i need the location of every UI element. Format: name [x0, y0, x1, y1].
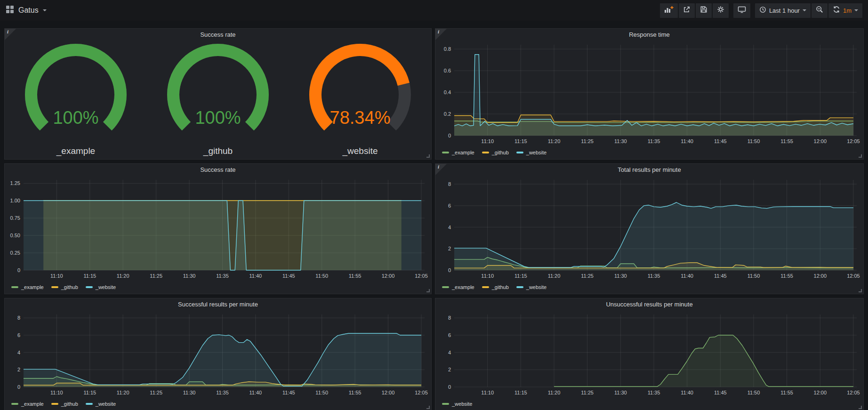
x-tick-label: 11:40: [681, 273, 693, 279]
panel-actions-group: [660, 3, 729, 18]
chart-legend: _example_github_website: [435, 146, 863, 159]
panel-title[interactable]: Successful results per minute: [5, 298, 431, 311]
share-button[interactable]: [679, 3, 695, 18]
legend-item-_example[interactable]: _example: [11, 401, 44, 407]
legend-label: _example: [452, 284, 474, 290]
legend-item-_website[interactable]: _website: [86, 284, 116, 290]
chart-canvas: 00.250.500.751.001.2511:1011:1511:2011:2…: [5, 176, 431, 281]
gauge-value: 100%: [53, 108, 98, 128]
panel-info-icon[interactable]: i: [435, 164, 447, 175]
time-range-button[interactable]: Last 1 hour: [755, 3, 811, 18]
caret-down-icon: [43, 9, 47, 11]
chart-response-time: 00.20.40.60.811:1011:1511:2011:2511:3011…: [435, 41, 863, 146]
x-tick-label: 11:45: [282, 273, 295, 279]
x-tick-label: 11:35: [648, 138, 660, 144]
legend-item-_website[interactable]: _website: [516, 150, 547, 155]
x-tick-label: 11:20: [117, 390, 129, 395]
save-button[interactable]: [696, 3, 712, 18]
y-tick-label: 1.00: [10, 198, 20, 203]
legend-marker: [516, 152, 523, 153]
caret-down-icon: [803, 9, 806, 11]
x-tick-label: 11:25: [150, 390, 162, 395]
legend-marker: [51, 403, 58, 405]
legend-item-_github[interactable]: _github: [482, 284, 509, 290]
x-tick-label: 12:05: [847, 138, 860, 144]
dashboard-grid: i Success rate 100% _example 100% _githu…: [0, 21, 868, 410]
chart-legend: _example_github_website: [435, 281, 863, 294]
panel-resize-handle[interactable]: [859, 289, 862, 292]
legend-label: _website: [452, 401, 472, 407]
legend-item-_github[interactable]: _github: [482, 150, 509, 155]
panel-resize-handle[interactable]: [426, 154, 430, 158]
legend-item-_website[interactable]: _website: [86, 401, 116, 407]
y-tick-label: 6: [448, 203, 451, 209]
x-tick-label: 11:50: [747, 390, 760, 395]
panel-resize-handle[interactable]: [859, 154, 862, 158]
x-tick-label: 11:55: [349, 390, 362, 395]
legend-item-_example[interactable]: _example: [11, 284, 44, 290]
legend-item-_github[interactable]: _github: [51, 284, 78, 290]
zoom-out-button[interactable]: [812, 3, 828, 18]
panel-title[interactable]: Success rate: [5, 164, 431, 176]
legend-marker: [516, 286, 523, 288]
gear-icon: [717, 6, 724, 15]
y-tick-label: 1.25: [10, 180, 20, 186]
x-tick-label: 11:10: [50, 273, 63, 279]
y-tick-label: 6: [17, 332, 20, 338]
series-area-_website: [24, 201, 421, 270]
x-tick-label: 11:55: [780, 273, 793, 279]
panel-title[interactable]: Success rate: [5, 29, 431, 41]
save-icon: [700, 6, 707, 15]
tv-mode-button[interactable]: [733, 3, 750, 18]
legend-marker: [11, 286, 18, 288]
legend-item-_example[interactable]: _example: [442, 150, 474, 155]
chart-unsuccessful-results: 0246811:1011:1511:2011:2511:3011:3511:40…: [435, 311, 863, 397]
refresh-button[interactable]: 1m: [828, 3, 862, 18]
settings-button[interactable]: [713, 3, 729, 18]
legend-label: _example: [452, 150, 474, 155]
gauge-arc: 100%: [147, 40, 289, 143]
panel-info-icon[interactable]: i: [435, 29, 447, 40]
legend-item-_website[interactable]: _website: [442, 401, 472, 407]
x-tick-label: 11:45: [714, 273, 727, 279]
add-panel-button[interactable]: [660, 3, 678, 18]
legend-item-_github[interactable]: _github: [51, 401, 78, 407]
panel-resize-handle[interactable]: [426, 406, 430, 409]
x-tick-label: 11:25: [150, 273, 162, 279]
x-tick-label: 12:05: [847, 273, 860, 279]
x-tick-label: 11:55: [349, 273, 362, 279]
chart-canvas: 0246811:1011:1511:2011:2511:3011:3511:40…: [5, 311, 431, 397]
x-tick-label: 11:15: [514, 273, 527, 279]
x-tick-label: 11:45: [714, 390, 727, 395]
y-tick-label: 0.4: [444, 89, 451, 95]
gauge-value: 78.34%: [330, 108, 391, 128]
legend-marker: [442, 403, 449, 405]
panel-title[interactable]: Response time: [435, 29, 863, 41]
x-tick-label: 12:05: [847, 390, 860, 395]
x-tick-label: 11:40: [249, 390, 262, 395]
y-tick-label: 8: [448, 315, 451, 321]
legend-item-_website[interactable]: _website: [516, 284, 547, 290]
gauge-label: _example: [56, 145, 95, 157]
x-tick-label: 11:30: [614, 138, 627, 144]
dashboard-title-group[interactable]: Gatus: [6, 5, 47, 16]
y-tick-label: 0.50: [10, 233, 20, 238]
panel-title[interactable]: Total results per minute: [435, 164, 863, 176]
add-panel-icon: [664, 6, 674, 15]
x-tick-label: 11:35: [216, 273, 229, 279]
refresh-interval-label: 1m: [843, 7, 852, 14]
panel-resize-handle[interactable]: [426, 289, 430, 292]
y-tick-label: 0.25: [10, 250, 20, 256]
time-range-label: Last 1 hour: [769, 7, 800, 14]
chart-canvas: 0246811:1011:1511:2011:2511:3011:3511:40…: [435, 311, 863, 397]
panel-info-icon[interactable]: i: [5, 29, 16, 40]
x-tick-label: 11:30: [614, 273, 627, 279]
chart-total-results: 0246811:1011:1511:2011:2511:3011:3511:40…: [435, 176, 863, 281]
legend-item-_example[interactable]: _example: [442, 284, 474, 290]
x-tick-label: 11:10: [481, 390, 494, 395]
navbar: Gatus: [0, 0, 868, 21]
panel-resize-handle[interactable]: [859, 406, 862, 409]
panel-title[interactable]: Unsuccessful results per minute: [435, 298, 863, 311]
y-tick-label: 0.6: [444, 68, 451, 73]
dashboard-title[interactable]: Gatus: [18, 6, 39, 15]
